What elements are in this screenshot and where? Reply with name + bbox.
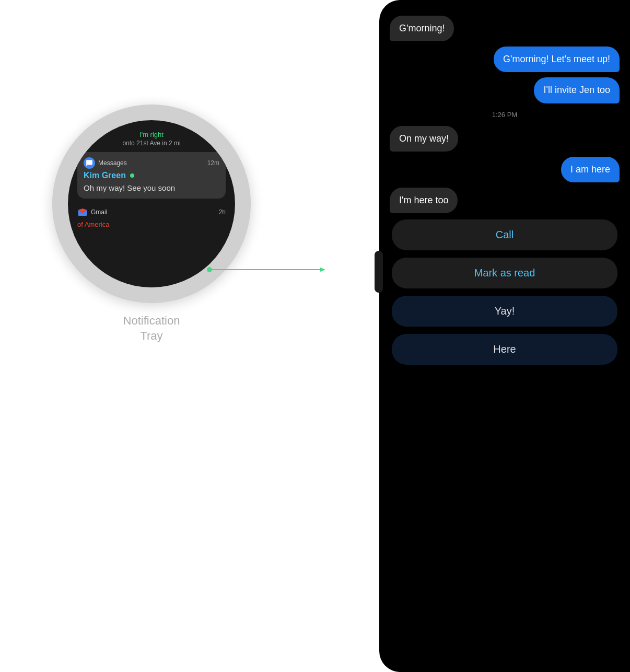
message-im-here-too: I'm here too xyxy=(390,188,458,213)
message-on-my-way: On my way! xyxy=(390,126,458,152)
boa-text: of America xyxy=(77,221,226,228)
gmail-row: Gmail 2h xyxy=(77,204,226,221)
nav-sub: onto 21st Ave in 2 mi xyxy=(77,140,226,147)
mark-as-read-button[interactable]: Mark as read xyxy=(392,258,617,288)
watch-section: I'm right onto 21st Ave in 2 mi Messages… xyxy=(16,105,287,343)
card-header: Messages 12m xyxy=(84,157,219,169)
card-sender: Kim Green xyxy=(84,171,219,180)
message-invite-jen: I'll invite Jen too xyxy=(534,77,620,103)
timestamp-126pm: 1:26 PM xyxy=(492,109,517,121)
card-time: 12m xyxy=(207,159,219,167)
message-gmorning-received: G'morning! xyxy=(390,16,454,41)
gmail-icon xyxy=(77,207,88,217)
svg-marker-2 xyxy=(320,268,325,272)
phone-section: G'morning! G'morning! Let's meet up! I'l… xyxy=(379,0,630,672)
message-gmorning-meetup: G'morning! Let's meet up! xyxy=(494,47,620,72)
notification-tray-label: Notification Tray xyxy=(123,314,180,343)
notification-card[interactable]: Messages 12m Kim Green Oh my way! See yo… xyxy=(77,152,226,199)
card-left: Messages xyxy=(84,157,127,169)
watch-screen: I'm right onto 21st Ave in 2 mi Messages… xyxy=(68,120,235,287)
call-button[interactable]: Call xyxy=(392,219,617,250)
message-i-am-here: I am here xyxy=(561,157,620,182)
watch-bezel: I'm right onto 21st Ave in 2 mi Messages… xyxy=(52,105,251,303)
reply-yay-button[interactable]: Yay! xyxy=(392,296,617,327)
card-message: Oh my way! See you soon xyxy=(84,182,219,193)
app-label: Messages xyxy=(98,159,127,167)
unread-dot xyxy=(130,173,134,178)
gmail-time: 2h xyxy=(219,208,226,216)
reply-here-button[interactable]: Here xyxy=(392,334,617,365)
phone-side-button[interactable] xyxy=(375,251,383,293)
gmail-left: Gmail xyxy=(77,207,107,217)
messages-icon xyxy=(84,157,95,169)
nav-text: I'm right xyxy=(77,131,226,138)
gmail-label: Gmail xyxy=(91,208,107,216)
messages-list: G'morning! G'morning! Let's meet up! I'l… xyxy=(379,10,630,662)
